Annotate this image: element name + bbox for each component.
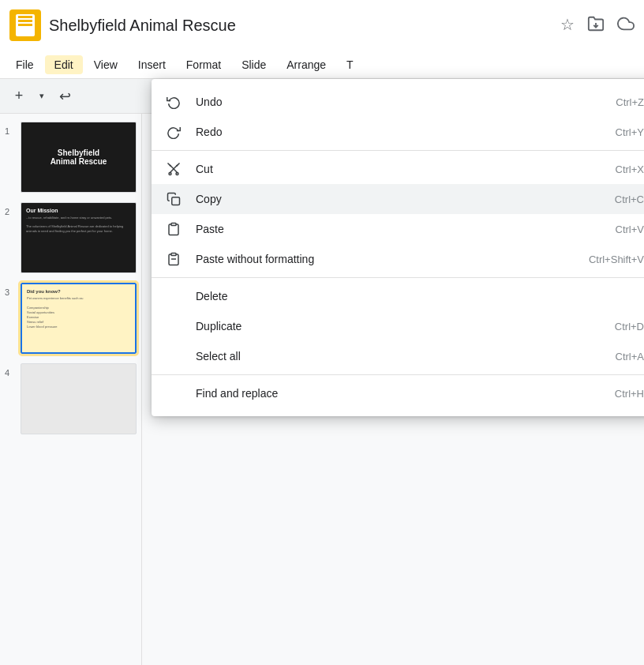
redo-shortcut: Ctrl+Y (616, 126, 644, 138)
slide-number-3: 3 (5, 283, 16, 297)
undo-label: Undo (196, 96, 603, 108)
redo-label: Redo (196, 126, 603, 138)
duplicate-icon (164, 317, 183, 336)
redo-icon (164, 122, 183, 141)
title-icons: ☆ (560, 15, 635, 36)
document-title: Shelbyfield Animal Rescue (49, 17, 552, 35)
star-icon[interactable]: ☆ (560, 15, 575, 36)
add-button[interactable]: + (6, 84, 32, 109)
select-all-shortcut: Ctrl+A (616, 351, 644, 363)
menu-bar: File Edit View Insert Format Slide Arran… (0, 51, 644, 79)
slide-thumb-4 (21, 363, 137, 434)
app-icon (9, 9, 41, 41)
select-all-label: Select all (196, 350, 603, 363)
copy-icon (164, 190, 183, 209)
slide-thumb-1: ShelbyfieldAnimal Rescue (21, 122, 137, 193)
paste-icon (164, 220, 183, 239)
folder-move-icon[interactable] (587, 15, 605, 36)
menu-edit[interactable]: Edit (45, 55, 83, 74)
cut-icon (164, 160, 183, 178)
delete-item[interactable]: Delete (152, 281, 644, 311)
svg-rect-7 (172, 197, 180, 205)
slide-item-2[interactable]: 2 Our Mission ...to rescue, rehabilitate… (3, 201, 138, 275)
menu-format[interactable]: Format (177, 55, 230, 74)
paste-shortcut: Ctrl+V (616, 224, 644, 235)
find-replace-item[interactable]: Find and replace Ctrl+H (152, 378, 644, 408)
find-replace-label: Find and replace (196, 387, 602, 400)
undo-item[interactable]: Undo Ctrl+Z (152, 87, 644, 117)
cut-item[interactable]: Cut Ctrl+X (152, 154, 644, 184)
duplicate-item[interactable]: Duplicate Ctrl+D (152, 311, 644, 341)
paste-item[interactable]: Paste Ctrl+V (152, 214, 644, 244)
copy-item[interactable]: Copy Ctrl+C (152, 184, 644, 214)
copy-shortcut: Ctrl+C (615, 193, 644, 205)
undo-redo-section: Undo Ctrl+Z Redo Ctrl+Y (152, 84, 644, 151)
slide-item-4[interactable]: 4 (3, 362, 138, 436)
svg-rect-8 (171, 224, 176, 226)
svg-rect-9 (171, 254, 176, 256)
menu-view[interactable]: View (84, 55, 127, 74)
edit-dropdown-menu: Undo Ctrl+Z Redo Ctrl+Y Cut Ctrl (152, 79, 644, 416)
slide-number-4: 4 (5, 363, 16, 378)
menu-file[interactable]: File (6, 55, 43, 74)
select-all-item[interactable]: Select all Ctrl+A (152, 341, 644, 371)
redo-item[interactable]: Redo Ctrl+Y (152, 117, 644, 147)
menu-tools[interactable]: T (337, 55, 363, 74)
select-all-icon (164, 347, 183, 366)
add-dropdown-button[interactable]: ▾ (35, 84, 49, 109)
cloud-icon[interactable] (617, 15, 635, 36)
paste-plain-label: Paste without formatting (196, 253, 576, 265)
copy-label: Copy (196, 193, 602, 205)
cut-label: Cut (196, 163, 603, 175)
undo-shortcut: Ctrl+Z (616, 96, 644, 108)
svg-line-5 (168, 163, 171, 167)
menu-insert[interactable]: Insert (129, 55, 175, 74)
paste-plain-shortcut: Ctrl+Shift+V (589, 254, 644, 265)
find-replace-shortcut: Ctrl+H (615, 388, 644, 400)
slide-item-1[interactable]: 1 ShelbyfieldAnimal Rescue (3, 120, 138, 194)
cut-shortcut: Ctrl+X (616, 163, 644, 175)
slide-thumb-3: Did you know? Pet owners experience bene… (21, 283, 137, 354)
slide-item-3[interactable]: 3 Did you know? Pet owners experience be… (3, 281, 138, 355)
clipboard-section: Cut Ctrl+X Copy Ctrl+C Paste Ctrl+V (152, 151, 644, 278)
paste-plain-icon (164, 250, 183, 269)
paste-plain-item[interactable]: Paste without formatting Ctrl+Shift+V (152, 244, 644, 274)
slides-panel: 1 ShelbyfieldAnimal Rescue 2 Our Mission… (0, 114, 142, 665)
slide-number-1: 1 (5, 122, 16, 136)
delete-icon (164, 287, 183, 306)
slide-number-2: 2 (5, 202, 16, 216)
top-bar: Shelbyfield Animal Rescue ☆ (0, 0, 644, 51)
duplicate-shortcut: Ctrl+D (615, 321, 644, 332)
duplicate-label: Duplicate (196, 320, 602, 332)
menu-arrange[interactable]: Arrange (277, 55, 335, 74)
slide-thumb-2: Our Mission ...to rescue, rehabilitate, … (21, 202, 137, 273)
edit-section: Delete Duplicate Ctrl+D Select all Ctrl+… (152, 278, 644, 375)
paste-label: Paste (196, 223, 603, 235)
find-replace-icon (164, 384, 183, 403)
menu-slide[interactable]: Slide (232, 55, 275, 74)
delete-label: Delete (196, 290, 631, 302)
undo-button[interactable]: ↩ (52, 84, 77, 109)
svg-line-6 (176, 163, 179, 167)
undo-icon (164, 92, 183, 111)
find-section: Find and replace Ctrl+H (152, 375, 644, 411)
